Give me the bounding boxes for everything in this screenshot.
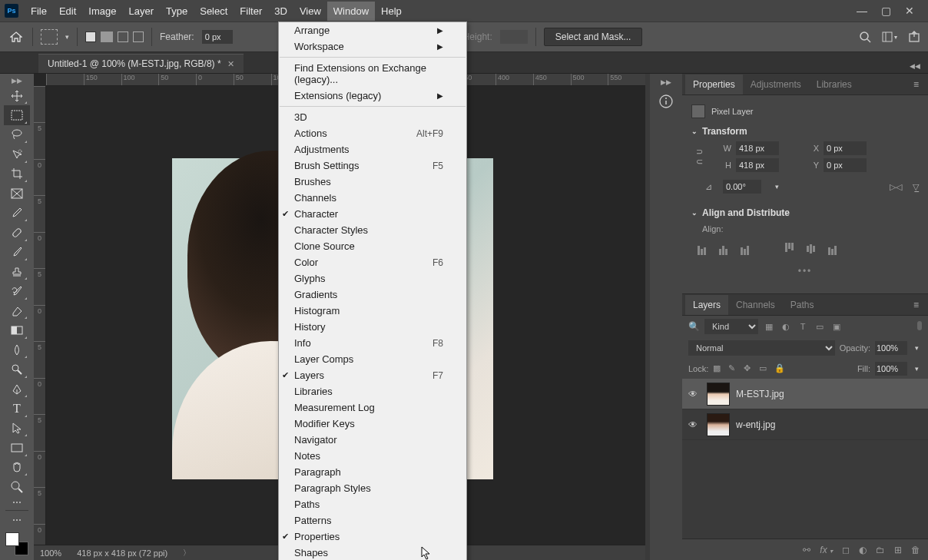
more-options-icon[interactable]: ••• bbox=[691, 261, 919, 281]
maximize-button[interactable]: ▢ bbox=[881, 5, 891, 17]
layer-thumbnail[interactable] bbox=[707, 413, 730, 436]
menu-item-3d[interactable]: 3D bbox=[279, 109, 466, 125]
lock-pixels-icon[interactable]: ✎ bbox=[728, 363, 739, 374]
height-input[interactable] bbox=[500, 30, 528, 44]
selection-new-icon[interactable] bbox=[85, 31, 96, 42]
stamp-tool[interactable] bbox=[4, 262, 30, 281]
filter-type-icon[interactable]: T bbox=[797, 320, 809, 333]
menu-item-modifier-keys[interactable]: Modifier Keys bbox=[279, 416, 466, 432]
minimize-button[interactable]: — bbox=[857, 5, 867, 17]
menu-item-brush-settings[interactable]: Brush SettingsF5 bbox=[279, 157, 466, 174]
history-brush-tool[interactable] bbox=[4, 281, 30, 300]
menu-item-clone-source[interactable]: Clone Source bbox=[279, 238, 466, 254]
move-tool[interactable] bbox=[4, 86, 30, 105]
selection-add-icon[interactable] bbox=[101, 31, 113, 42]
quick-select-tool[interactable] bbox=[4, 144, 30, 164]
menu-item-brushes[interactable]: Brushes bbox=[279, 174, 466, 190]
menu-item-history[interactable]: History bbox=[279, 319, 466, 335]
menu-window[interactable]: Window bbox=[327, 2, 375, 21]
feather-input[interactable] bbox=[202, 30, 233, 44]
lock-transparency-icon[interactable]: ▩ bbox=[713, 363, 724, 374]
menu-item-find-extensions-on-exchange-legacy-[interactable]: Find Extensions on Exchange (legacy)... bbox=[279, 60, 466, 88]
pen-tool[interactable] bbox=[4, 379, 30, 399]
menu-item-properties[interactable]: ✔Properties bbox=[279, 529, 466, 545]
menu-help[interactable]: Help bbox=[375, 2, 408, 21]
menu-3d[interactable]: 3D bbox=[268, 2, 293, 21]
layer-item[interactable]: 👁w-entj.jpg bbox=[682, 409, 928, 440]
menu-item-histogram[interactable]: Histogram bbox=[279, 303, 466, 319]
panel-menu-icon[interactable]: ≡ bbox=[907, 76, 925, 93]
selection-subtract-icon[interactable] bbox=[118, 31, 128, 42]
filter-shape-icon[interactable]: ▭ bbox=[814, 320, 826, 333]
blur-tool[interactable] bbox=[4, 340, 30, 360]
doc-info[interactable]: 418 px x 418 px (72 ppi) bbox=[77, 548, 167, 558]
type-tool[interactable]: T bbox=[4, 399, 30, 418]
zoom-value[interactable]: 100% bbox=[40, 548, 61, 558]
fill-input[interactable] bbox=[875, 362, 907, 376]
fill-chevron-icon[interactable]: ▾ bbox=[912, 365, 922, 373]
filter-pixel-icon[interactable]: ▦ bbox=[763, 320, 775, 333]
info-panel-icon[interactable] bbox=[655, 91, 677, 112]
opacity-input[interactable] bbox=[875, 341, 907, 355]
menu-item-layer-comps[interactable]: Layer Comps bbox=[279, 351, 466, 367]
menu-item-info[interactable]: InfoF8 bbox=[279, 335, 466, 351]
selection-intersect-icon[interactable] bbox=[133, 31, 144, 42]
blend-mode-select[interactable]: Normal bbox=[688, 340, 835, 356]
menu-type[interactable]: Type bbox=[160, 2, 194, 21]
select-and-mask-button[interactable]: Select and Mask... bbox=[544, 28, 643, 46]
menu-item-notes[interactable]: Notes bbox=[279, 448, 466, 464]
color-swatches[interactable] bbox=[1, 528, 33, 560]
transform-section[interactable]: ⌄Transform bbox=[691, 121, 919, 141]
layer-group-icon[interactable]: 🗀 bbox=[876, 545, 885, 555]
layer-thumbnail[interactable] bbox=[707, 383, 730, 406]
menu-item-character-styles[interactable]: Character Styles bbox=[279, 222, 466, 238]
menu-file[interactable]: File bbox=[25, 2, 53, 21]
angle-chevron-icon[interactable]: ▾ bbox=[772, 183, 782, 191]
menu-item-channels[interactable]: Channels bbox=[279, 190, 466, 206]
visibility-icon[interactable]: 👁 bbox=[688, 389, 701, 399]
lock-all-icon[interactable]: 🔒 bbox=[774, 363, 785, 374]
toolbar-collapse-icon[interactable]: ▶▶ bbox=[12, 77, 22, 86]
x-input[interactable] bbox=[824, 141, 867, 155]
hand-tool[interactable] bbox=[4, 458, 30, 477]
foreground-swatch[interactable] bbox=[5, 532, 19, 546]
menu-image[interactable]: Image bbox=[82, 2, 122, 21]
edit-toolbar-icon[interactable]: ⋯ bbox=[4, 512, 30, 528]
align-top-icon[interactable] bbox=[782, 243, 796, 255]
filter-smart-icon[interactable]: ▣ bbox=[830, 320, 843, 333]
layer-item[interactable]: 👁M-ESTJ.jpg bbox=[682, 379, 928, 409]
menu-view[interactable]: View bbox=[293, 2, 327, 21]
menu-item-extensions-legacy-[interactable]: Extensions (legacy)▶ bbox=[279, 88, 466, 104]
menu-item-workspace[interactable]: Workspace▶ bbox=[279, 38, 466, 55]
menu-filter[interactable]: Filter bbox=[234, 2, 268, 21]
close-button[interactable]: ✕ bbox=[905, 5, 914, 17]
menu-item-paths[interactable]: Paths bbox=[279, 496, 466, 512]
shape-tool[interactable] bbox=[4, 438, 30, 457]
lasso-tool[interactable] bbox=[4, 125, 30, 144]
layers-menu-icon[interactable]: ≡ bbox=[907, 297, 925, 313]
new-layer-icon[interactable]: ⊞ bbox=[894, 545, 902, 555]
align-left-icon[interactable] bbox=[694, 243, 708, 255]
eraser-tool[interactable] bbox=[4, 301, 30, 320]
filter-search-icon[interactable]: 🔍 bbox=[688, 321, 700, 332]
link-layers-icon[interactable]: ⚯ bbox=[803, 545, 810, 555]
align-hcenter-icon[interactable] bbox=[716, 243, 730, 255]
doc-info-chevron-icon[interactable]: 〉 bbox=[183, 548, 191, 558]
visibility-icon[interactable]: 👁 bbox=[688, 419, 701, 430]
healing-tool[interactable] bbox=[4, 223, 30, 242]
layer-fx-icon[interactable]: fx ▾ bbox=[820, 545, 833, 555]
tab-paths[interactable]: Paths bbox=[783, 295, 822, 315]
menu-item-patterns[interactable]: Patterns bbox=[279, 512, 466, 529]
menu-item-arrange[interactable]: Arrange▶ bbox=[279, 22, 466, 38]
menu-item-measurement-log[interactable]: Measurement Log bbox=[279, 399, 466, 416]
menu-edit[interactable]: Edit bbox=[53, 2, 82, 21]
height-input[interactable] bbox=[736, 158, 779, 172]
search-icon[interactable] bbox=[859, 31, 871, 43]
filter-toggle-icon[interactable] bbox=[917, 321, 922, 330]
crop-tool[interactable] bbox=[4, 164, 30, 184]
menu-item-paragraph-styles[interactable]: Paragraph Styles bbox=[279, 480, 466, 496]
marquee-tool[interactable] bbox=[4, 105, 30, 124]
menu-select[interactable]: Select bbox=[194, 2, 234, 21]
path-select-tool[interactable] bbox=[4, 419, 30, 438]
menu-item-character[interactable]: ✔Character bbox=[279, 206, 466, 222]
